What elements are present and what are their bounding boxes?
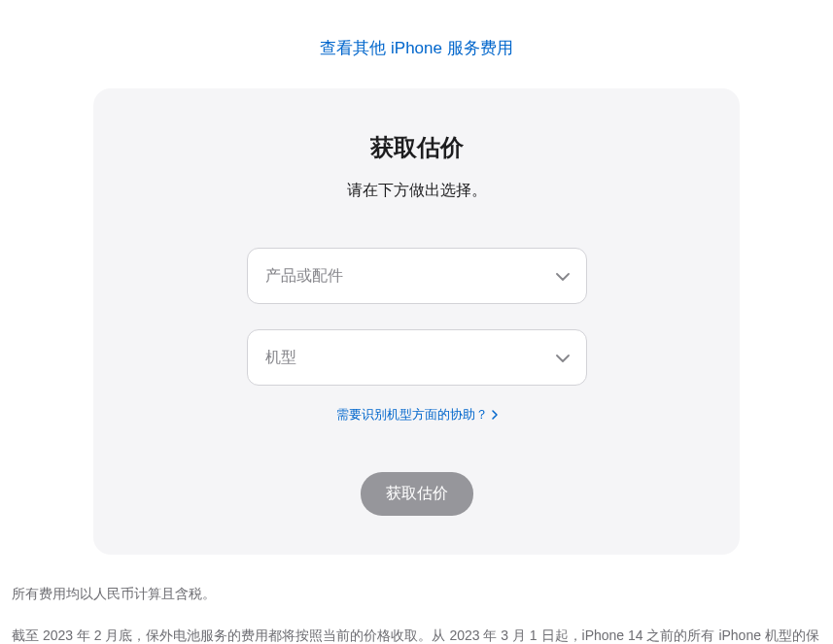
card-subtitle: 请在下方做出选择。	[122, 181, 711, 201]
model-select[interactable]: 机型	[247, 329, 587, 386]
footer-line-2: 截至 2023 年 2 月底，保外电池服务的费用都将按照当前的价格收取。从 20…	[12, 624, 821, 644]
footer-text: 所有费用均以人民币计算且含税。 截至 2023 年 2 月底，保外电池服务的费用…	[10, 555, 823, 644]
other-services-link[interactable]: 查看其他 iPhone 服务费用	[320, 39, 512, 57]
top-link-wrapper: 查看其他 iPhone 服务费用	[10, 0, 823, 88]
product-select-wrapper: 产品或配件	[247, 248, 587, 304]
help-link-wrapper: 需要识别机型方面的协助？	[122, 405, 711, 424]
footer-line-2-text: 截至 2023 年 2 月底，保外电池服务的费用都将按照当前的价格收取。从 20…	[12, 627, 819, 644]
product-select[interactable]: 产品或配件	[247, 248, 587, 304]
card-title: 获取估价	[122, 132, 711, 163]
help-link-label: 需要识别机型方面的协助？	[336, 406, 488, 424]
product-select-placeholder: 产品或配件	[265, 266, 343, 287]
identify-model-help-link[interactable]: 需要识别机型方面的协助？	[336, 406, 498, 424]
model-select-placeholder: 机型	[265, 348, 296, 368]
model-select-wrapper: 机型	[247, 329, 587, 386]
estimate-card: 获取估价 请在下方做出选择。 产品或配件 机型	[93, 88, 740, 555]
get-estimate-button[interactable]: 获取估价	[361, 472, 473, 516]
footer-line-1: 所有费用均以人民币计算且含税。	[12, 582, 821, 606]
chevron-right-icon	[492, 408, 498, 423]
